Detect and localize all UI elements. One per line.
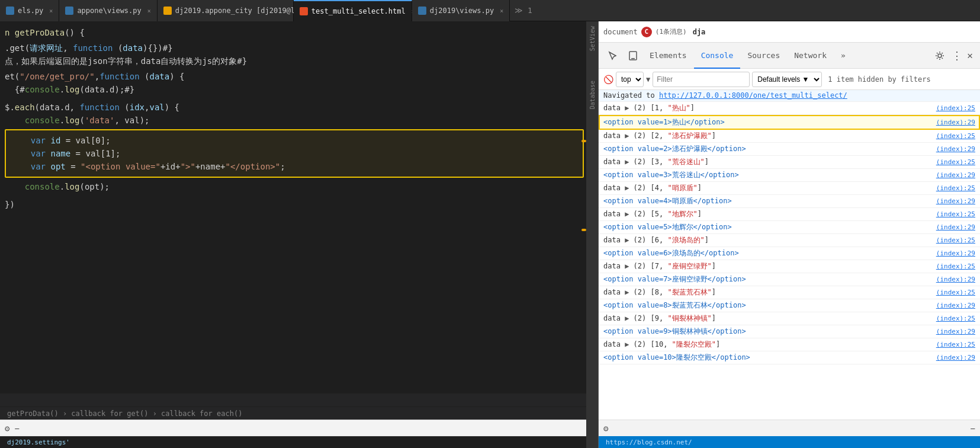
context-select[interactable]: top <box>616 72 644 87</box>
log-entry: <option value=4>哨原盾</option> (index):29 <box>599 195 980 208</box>
scroll-mark <box>581 140 586 142</box>
scroll-mark <box>581 229 586 231</box>
bottom-url: https://blog.csdn.net/ <box>606 439 692 446</box>
ban-icon[interactable]: 🚫 <box>603 75 613 84</box>
minus-btn[interactable]: − <box>971 424 975 433</box>
side-icon-bar: SetView Database <box>586 21 598 448</box>
code-line: var opt = "<option value="+id+">"+name+"… <box>11 160 578 173</box>
log-entry: data ▶ (2) [1, "热山"] (index):25 <box>599 102 980 115</box>
devtools-header: Elements Console Sources Network » ⋮ ✕ <box>599 43 980 69</box>
breadcrumb-bar: getProData() › callback for get() › call… <box>0 407 598 420</box>
c-badge: C <box>641 27 652 37</box>
tab-close[interactable]: × <box>49 8 53 14</box>
code-panel-bottom <box>0 393 598 407</box>
code-line: et("/one/get_pro/",function (data) { <box>5 70 584 83</box>
code-line: n getProData() { <box>5 26 584 39</box>
log-entry: data ▶ (2) [7, "座铜空绿野"] (index):25 <box>599 260 980 273</box>
log-entry-highlighted: <option value=1>热山</option> (index):29 <box>599 115 980 130</box>
database-icon[interactable]: Database <box>589 81 596 109</box>
devtools-close-btn[interactable]: ✕ <box>965 50 975 61</box>
log-entry: <option value=10>隆裂尔空殿</option> (index):… <box>599 351 980 364</box>
log-entry: <option value=2>漶石炉瀑殿</option> (index):2… <box>599 143 980 156</box>
log-entry: data ▶ (2) [2, "漶石炉瀑殿"] (index):25 <box>599 130 980 143</box>
minus-icon[interactable]: − <box>14 424 19 433</box>
log-entry: data ▶ (2) [3, "荒谷迷山"] (index):25 <box>599 156 980 169</box>
level-select[interactable]: Default levels ▼ <box>752 72 822 87</box>
log-entry: <option value=5>地辉尔</option> (index):29 <box>599 221 980 234</box>
code-line: {#console.log(data.d);#} <box>5 83 584 96</box>
log-entry: data ▶ (2) [8, "裂蓝荒石林"] (index):25 <box>599 286 980 299</box>
highlight-box: var id = val[0]; var name = val[1]; var … <box>5 129 584 178</box>
gear-icon[interactable]: ⚙ <box>5 424 9 433</box>
svg-rect-1 <box>631 58 635 59</box>
hidden-info: 1 item hidden by filters <box>828 75 930 84</box>
code-line: $.each(data.d, function (idx,val) { <box>5 101 584 114</box>
devtools-title-bar: document C (1条消息) dja <box>599 21 980 43</box>
log-entry: data ▶ (2) [10, "隆裂尔空殿"] (index):25 <box>599 338 980 351</box>
svg-point-2 <box>938 54 942 57</box>
devtools-tab-elements[interactable]: Elements <box>642 43 694 69</box>
devtools-tab-more[interactable]: » <box>834 43 853 69</box>
tab-html[interactable]: test_multi_select.html × <box>294 0 412 21</box>
devtools-tab-console[interactable]: Console <box>694 43 741 69</box>
breadcrumb: getProData() › callback for get() › call… <box>7 409 242 418</box>
log-entry: <option value=8>裂蓝荒石林</option> (index):2… <box>599 299 980 312</box>
log-entry: <option value=3>荒谷迷山</option> (index):29 <box>599 169 980 182</box>
navigate-url-link[interactable]: http://127.0.0.1:8000/one/test_multi_sel… <box>659 91 847 100</box>
main-area: SetView Database n getProData() { .get(请… <box>0 21 980 448</box>
log-entry: data ▶ (2) [6, "浪场岛的"] (index):25 <box>599 234 980 247</box>
tab-els-py[interactable]: els.py × <box>0 0 59 21</box>
code-line: 点，如果后端返回的是json字符串，data自动转换为js的对象#} <box>5 55 584 68</box>
devtools-panel: document C (1条消息) dja Elements Console S… <box>598 21 980 448</box>
c-count: (1条消息) <box>656 27 687 36</box>
code-line: var id = val[0]; <box>11 134 578 147</box>
filter-input[interactable] <box>653 72 750 87</box>
tab-views2[interactable]: dj2019\views.py × <box>412 0 510 21</box>
bottom-url-bar: https://blog.csdn.net/ <box>599 436 980 448</box>
code-panel: SetView Database n getProData() { .get(请… <box>0 21 598 448</box>
log-entry: data ▶ (2) [4, "哨原盾"] (index):25 <box>599 182 980 195</box>
bottom-settings-bar: ⚙ − <box>0 420 598 436</box>
log-entry: data ▶ (2) [5, "地辉尔"] (index):25 <box>599 208 980 221</box>
log-entry: <option value=7>座铜空绿野</option> (index):2… <box>599 273 980 286</box>
code-area: n getProData() { .get(请求网址, function (da… <box>0 21 598 407</box>
devtools-tab-sources[interactable]: Sources <box>740 43 787 69</box>
console-bottom-bar: ⚙ − <box>599 420 980 436</box>
setview-icon[interactable]: SetView <box>589 26 596 51</box>
console-toolbar: 🚫 top ▼ Default levels ▼ 1 item hidden b… <box>599 69 980 90</box>
filter-dropdown-icon: ▼ <box>646 75 650 84</box>
tabs-extra[interactable]: ≫ 1 <box>510 0 537 21</box>
tab-db[interactable]: dj2019.appone_city [dj2019@localhost] × <box>158 0 294 21</box>
device-icon-btn[interactable] <box>624 46 642 65</box>
settings-icon[interactable]: ⚙ <box>603 424 608 433</box>
project-name: dja <box>693 28 706 36</box>
code-line: .get(请求网址, function (data){})#} <box>5 41 584 55</box>
log-entry: <option value=9>铜裂林神镇</option> (index):2… <box>599 325 980 338</box>
log-entry: data ▶ (2) [9, "铜裂林神镇"] (index):25 <box>599 312 980 325</box>
code-line: }) <box>5 198 584 211</box>
console-log[interactable]: Navigated to http://127.0.0.1:8000/one/t… <box>599 90 980 420</box>
browser-tabs-bar: els.py × appone\views.py × dj2019.appone… <box>0 0 980 21</box>
code-line: console.log('data', val); <box>5 114 584 127</box>
tab-close[interactable]: × <box>500 8 503 14</box>
bottom-status: dj2019.settings' <box>0 436 598 448</box>
code-line: console.log(opt); <box>5 180 584 193</box>
devtools-nav-icons <box>603 46 642 65</box>
code-line: var name = val[1]; <box>11 147 578 160</box>
devtools-tab-network[interactable]: Network <box>787 43 834 69</box>
navigate-url-entry: Navigated to http://127.0.0.1:8000/one/t… <box>599 90 980 102</box>
tab-appone-views[interactable]: appone\views.py × <box>59 0 157 21</box>
inspect-icon-btn[interactable] <box>603 46 622 65</box>
log-entry: <option value=6>浪场岛的</option> (index):29 <box>599 247 980 260</box>
code-content: n getProData() { .get(请求网址, function (da… <box>0 21 598 393</box>
devtools-doc-title: document <box>603 28 638 36</box>
devtools-more-btn[interactable]: ⋮ <box>949 49 965 62</box>
devtools-settings-btn[interactable] <box>930 46 949 65</box>
tab-close[interactable]: × <box>147 8 151 14</box>
